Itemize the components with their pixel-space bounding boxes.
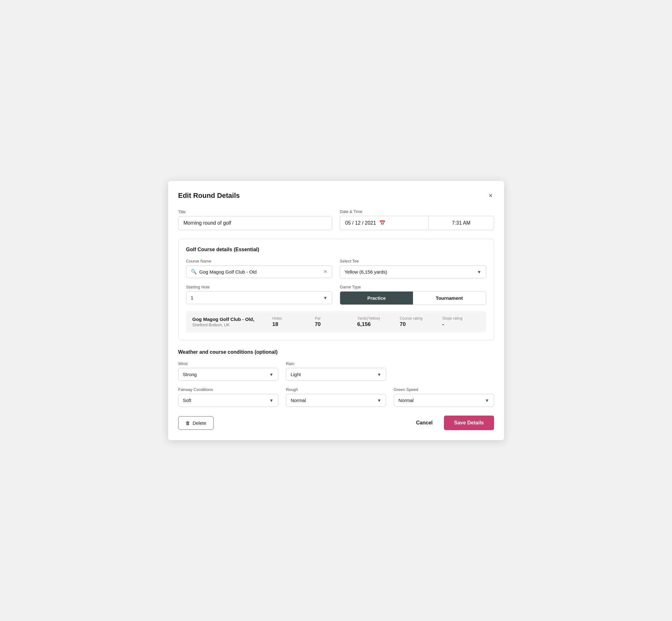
fairway-dropdown[interactable]: Soft ▼: [178, 394, 279, 407]
weather-title: Weather and course conditions (optional): [178, 349, 494, 355]
datetime-row: 05 / 12 / 2021 📅 7:31 AM: [340, 216, 494, 230]
wind-dropdown[interactable]: Strong ▼: [178, 368, 279, 381]
golf-course-section: Golf Course details (Essential) Course N…: [178, 239, 494, 340]
rating-label: Course rating: [400, 316, 422, 321]
green-speed-group: Green Speed Normal ▼: [394, 387, 494, 407]
time-input[interactable]: 7:31 AM: [428, 216, 494, 230]
golf-course-title: Golf Course details (Essential): [186, 247, 486, 252]
delete-label: Delete: [193, 420, 206, 426]
course-name-search[interactable]: 🔍 ✕: [186, 265, 333, 278]
rain-value: Light: [291, 372, 301, 377]
modal-footer: 🗑 Delete Cancel Save Details: [178, 416, 494, 430]
chevron-down-icon: ▼: [323, 295, 328, 300]
date-value: 05 / 12 / 2021: [345, 220, 376, 226]
par-label: Par: [315, 316, 321, 321]
rain-group: Rain Light ▼: [286, 361, 386, 381]
course-info-name-text: Gog Magog Golf Club - Old,: [193, 317, 267, 322]
tournament-toggle-button[interactable]: Tournament: [413, 292, 486, 304]
select-tee-group: Select Tee Yellow (6,156 yards) ▼: [340, 259, 486, 278]
title-input[interactable]: [178, 216, 333, 230]
starting-hole-dropdown[interactable]: 1 ▼: [186, 291, 333, 304]
select-tee-value: Yellow (6,156 yards): [344, 269, 387, 275]
rain-label: Rain: [286, 361, 386, 366]
game-type-group: Game Type Practice Tournament: [340, 285, 486, 305]
rating-value: 70: [400, 321, 406, 328]
clear-icon[interactable]: ✕: [323, 269, 328, 275]
search-icon: 🔍: [191, 269, 197, 275]
yards-label: Yards(Yellow): [357, 316, 380, 321]
yards-stat: Yards(Yellow) 6,156: [352, 316, 395, 328]
course-name-group: Course Name 🔍 ✕: [186, 259, 333, 278]
save-details-button[interactable]: Save Details: [444, 416, 494, 430]
game-type-toggle: Practice Tournament: [340, 291, 486, 305]
wind-value: Strong: [183, 372, 197, 377]
green-speed-label: Green Speed: [394, 387, 494, 392]
time-value: 7:31 AM: [452, 220, 470, 226]
starting-hole-label: Starting Hole: [186, 285, 333, 289]
rough-label: Rough: [286, 387, 386, 392]
chevron-down-icon: ▼: [377, 398, 381, 403]
par-value: 70: [315, 321, 321, 328]
rough-value: Normal: [291, 398, 306, 403]
delete-button[interactable]: 🗑 Delete: [178, 416, 214, 430]
fairway-rough-green-row: Fairway Conditions Soft ▼ Rough Normal ▼…: [178, 387, 494, 407]
holes-value: 18: [272, 321, 278, 328]
rough-group: Rough Normal ▼: [286, 387, 386, 407]
course-info-row: Gog Magog Golf Club - Old, Shelford Bott…: [186, 311, 486, 333]
select-tee-label: Select Tee: [340, 259, 486, 263]
cancel-button[interactable]: Cancel: [411, 416, 437, 429]
footer-right: Cancel Save Details: [411, 416, 494, 430]
rough-dropdown[interactable]: Normal ▼: [286, 394, 386, 407]
fairway-value: Soft: [183, 398, 192, 403]
top-fields-row: Title Date & Time 05 / 12 / 2021 📅 7:31 …: [178, 209, 494, 230]
fairway-label: Fairway Conditions: [178, 387, 279, 392]
course-info-location: Shelford Bottom, UK: [193, 323, 267, 327]
chevron-down-icon: ▼: [485, 398, 489, 403]
slope-label: Slope rating: [442, 316, 463, 321]
fairway-group: Fairway Conditions Soft ▼: [178, 387, 279, 407]
course-name-input[interactable]: [199, 269, 321, 275]
chevron-down-icon: ▼: [377, 372, 381, 377]
yards-value: 6,156: [357, 321, 371, 328]
par-stat: Par 70: [310, 316, 352, 328]
date-input[interactable]: 05 / 12 / 2021 📅: [340, 216, 428, 230]
title-field-group: Title: [178, 210, 333, 230]
hole-gametype-row: Starting Hole 1 ▼ Game Type Practice Tou…: [186, 285, 486, 305]
slope-stat: Slope rating -: [437, 316, 480, 328]
trash-icon: 🗑: [185, 420, 190, 426]
rain-dropdown[interactable]: Light ▼: [286, 368, 386, 381]
select-tee-dropdown[interactable]: Yellow (6,156 yards) ▼: [340, 265, 486, 278]
calendar-icon: 📅: [379, 220, 385, 226]
course-tee-row: Course Name 🔍 ✕ Select Tee Yellow (6,156…: [186, 259, 486, 278]
datetime-label: Date & Time: [340, 209, 494, 214]
weather-section: Weather and course conditions (optional)…: [178, 349, 494, 407]
course-name-label: Course Name: [186, 259, 333, 263]
datetime-field-group: Date & Time 05 / 12 / 2021 📅 7:31 AM: [340, 209, 494, 230]
close-button[interactable]: ×: [488, 191, 494, 200]
holes-stat: Holes 18: [267, 316, 310, 328]
rating-stat: Course rating 70: [395, 316, 437, 328]
holes-label: Holes: [272, 316, 282, 321]
chevron-down-icon: ▼: [477, 270, 481, 275]
title-label: Title: [178, 210, 333, 214]
practice-toggle-button[interactable]: Practice: [340, 292, 413, 304]
edit-round-modal: Edit Round Details × Title Date & Time 0…: [168, 181, 504, 440]
chevron-down-icon: ▼: [269, 372, 274, 377]
chevron-down-icon: ▼: [269, 398, 274, 403]
slope-value: -: [442, 321, 444, 328]
modal-header: Edit Round Details ×: [178, 191, 494, 200]
wind-label: Wind: [178, 361, 279, 366]
modal-title: Edit Round Details: [178, 192, 240, 200]
green-speed-value: Normal: [398, 398, 414, 403]
wind-rain-row: Wind Strong ▼ Rain Light ▼: [178, 361, 494, 381]
wind-group: Wind Strong ▼: [178, 361, 279, 381]
game-type-label: Game Type: [340, 285, 486, 289]
starting-hole-group: Starting Hole 1 ▼: [186, 285, 333, 305]
starting-hole-value: 1: [191, 295, 194, 300]
course-info-name: Gog Magog Golf Club - Old, Shelford Bott…: [193, 317, 267, 327]
green-speed-dropdown[interactable]: Normal ▼: [394, 394, 494, 407]
